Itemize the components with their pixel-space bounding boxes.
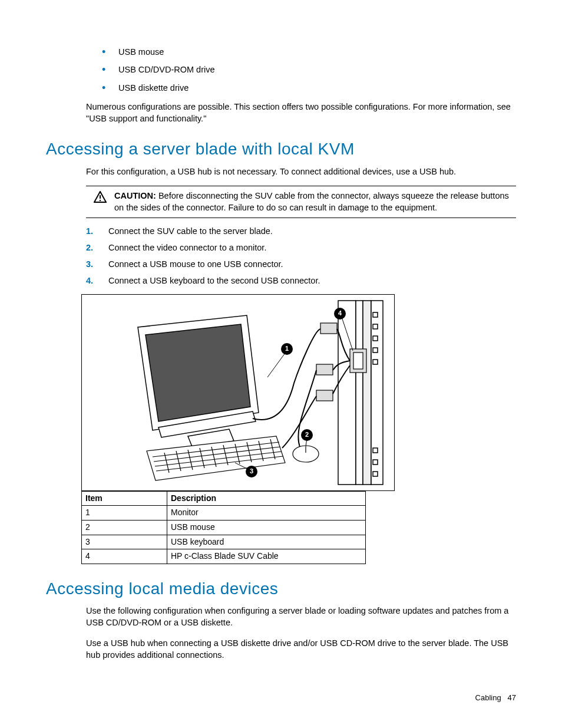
- svg-rect-26: [373, 360, 378, 364]
- section1-intro: For this configuration, a USB hub is not…: [86, 166, 516, 177]
- list-text: USB diskette drive: [118, 83, 189, 93]
- svg-rect-34: [316, 390, 333, 401]
- list-item: USB diskette drive: [102, 82, 516, 94]
- step-text: Connect a USB keyboard to the second USB…: [108, 276, 320, 285]
- svg-point-1: [100, 200, 101, 201]
- svg-rect-22: [373, 312, 378, 317]
- callout-3: 3: [246, 466, 257, 477]
- intro-paragraph: Numerous configurations are possible. Th…: [86, 101, 516, 125]
- footer-section: Cabling: [475, 693, 501, 702]
- table-header-desc: Description: [167, 491, 366, 506]
- step-text: Connect a USB mouse to one USB connector…: [108, 259, 283, 269]
- step-text: Connect the SUV cable to the server blad…: [108, 226, 273, 236]
- svg-rect-25: [373, 348, 378, 353]
- kvm-diagram: 1 2 3 4: [81, 294, 395, 491]
- table-row: 2 USB mouse: [82, 520, 366, 535]
- svg-rect-23: [373, 324, 378, 329]
- table-cell-item: 4: [82, 549, 167, 564]
- svg-rect-24: [373, 336, 378, 341]
- footer-page: 47: [508, 693, 516, 702]
- table-cell-item: 1: [82, 506, 167, 521]
- step-item: Connect a USB mouse to one USB connector…: [86, 258, 516, 270]
- preceding-bullet-list: USB mouse USB CD/DVD-ROM drive USB diske…: [46, 46, 516, 94]
- table-header-item: Item: [82, 491, 167, 506]
- item-description-table: Item Description 1 Monitor 2 USB mouse 3…: [81, 491, 366, 564]
- table-cell-item: 2: [82, 520, 167, 535]
- callout-4: 4: [334, 308, 346, 319]
- callout-1: 1: [281, 343, 293, 355]
- caution-text-block: CAUTION: Before disconnecting the SUV ca…: [114, 190, 516, 214]
- heading-kvm: Accessing a server blade with local KVM: [46, 137, 516, 160]
- table-row: 1 Monitor: [82, 506, 366, 521]
- step-item: Connect the video connector to a monitor…: [86, 242, 516, 253]
- list-item: USB CD/DVD-ROM drive: [102, 64, 516, 75]
- list-item: USB mouse: [102, 46, 516, 58]
- table-cell-item: 3: [82, 535, 167, 549]
- caution-box: CAUTION: Before disconnecting the SUV ca…: [86, 186, 516, 218]
- table-row: 4 HP c-Class Blade SUV Cable: [82, 549, 366, 564]
- svg-rect-20: [363, 301, 371, 485]
- section2-para2: Use a USB hub when connecting a USB disk…: [86, 637, 516, 661]
- svg-rect-33: [316, 364, 333, 375]
- svg-rect-31: [353, 353, 363, 369]
- svg-rect-27: [373, 448, 378, 453]
- svg-rect-32: [320, 323, 337, 334]
- list-text: USB mouse: [118, 47, 164, 57]
- steps-list: Connect the SUV cable to the server blad…: [86, 225, 516, 287]
- caution-body: Before disconnecting the SUV cable from …: [114, 191, 509, 212]
- step-item: Connect the SUV cable to the server blad…: [86, 225, 516, 237]
- svg-rect-29: [373, 472, 378, 476]
- section2-para1: Use the following configuration when con…: [86, 605, 516, 629]
- svg-rect-19: [356, 301, 363, 485]
- caution-icon: [86, 190, 114, 214]
- table-cell-desc: HP c-Class Blade SUV Cable: [167, 549, 366, 564]
- step-item: Connect a USB keyboard to the second USB…: [86, 275, 516, 286]
- table-row: 3 USB keyboard: [82, 535, 366, 549]
- callout-2: 2: [301, 429, 313, 441]
- caution-label: CAUTION:: [114, 191, 156, 200]
- heading-media: Accessing local media devices: [46, 577, 516, 600]
- table-cell-desc: Monitor: [167, 506, 366, 521]
- table-cell-desc: USB mouse: [167, 520, 366, 535]
- svg-rect-18: [338, 301, 356, 485]
- page-footer: Cabling 47: [475, 693, 516, 703]
- step-text: Connect the video connector to a monitor…: [108, 243, 266, 252]
- svg-rect-28: [373, 460, 378, 465]
- table-cell-desc: USB keyboard: [167, 535, 366, 549]
- list-text: USB CD/DVD-ROM drive: [118, 65, 215, 74]
